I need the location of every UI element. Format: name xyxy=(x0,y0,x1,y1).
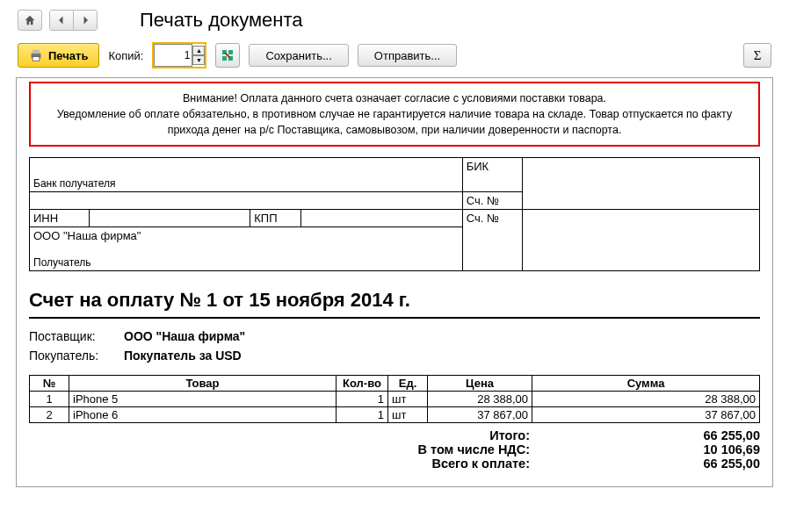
grand-value: 66 255,00 xyxy=(540,457,760,471)
print-button[interactable]: Печать xyxy=(18,43,99,68)
document-sheet: Внимание! Оплата данного счета означает … xyxy=(16,77,773,487)
svg-rect-2 xyxy=(33,57,40,61)
bank-table: Банк получателя БИК Сч. № ИНН КПП Сч. № … xyxy=(29,157,760,271)
cell-unit: шт xyxy=(388,407,428,423)
home-button[interactable] xyxy=(18,10,42,31)
copies-label: Копий: xyxy=(108,49,143,62)
grid-icon xyxy=(221,49,234,61)
home-icon xyxy=(24,14,36,26)
sigma-button[interactable]: Σ xyxy=(743,43,771,68)
warning-line1: Внимание! Оплата данного счета означает … xyxy=(183,92,606,104)
svg-rect-1 xyxy=(33,50,40,54)
page-title: Печать документа xyxy=(140,9,302,32)
col-qty: Кол-во xyxy=(337,376,388,392)
table-row: 2 iPhone 6 1 шт 37 867,00 37 867,00 xyxy=(30,407,760,423)
bank-account-cell xyxy=(522,158,759,210)
copies-spinner: ▲ ▼ xyxy=(192,46,205,65)
cell-qty: 1 xyxy=(337,407,388,423)
supplier-label: Поставщик: xyxy=(29,329,110,343)
topbar: Печать документа xyxy=(0,0,789,37)
kpp-value xyxy=(301,210,462,227)
document-title: Счет на оплату № 1 от 15 ноября 2014 г. xyxy=(29,289,760,312)
preview-toggle-button[interactable] xyxy=(215,43,240,68)
vat-value: 10 106,69 xyxy=(540,442,760,457)
acct-value-2 xyxy=(522,210,759,271)
itogo-label: Итого: xyxy=(29,428,540,442)
send-button[interactable]: Отправить... xyxy=(358,44,457,67)
cell-n: 1 xyxy=(30,392,69,407)
inn-value xyxy=(89,210,250,227)
kpp-label: КПП xyxy=(250,210,301,227)
warning-line2: Уведомление об оплате обязательно, в про… xyxy=(57,108,732,136)
table-row: 1 iPhone 5 1 шт 28 388,00 28 388,00 xyxy=(30,392,760,407)
buyer-row: Покупатель: Покупатель за USD xyxy=(29,349,760,363)
col-price: Цена xyxy=(428,376,532,392)
acct-label-2: Сч. № xyxy=(462,210,522,271)
bik-label: БИК xyxy=(462,158,522,192)
toolbar: Печать Копий: ▲ ▼ Сохранить... Отправить… xyxy=(0,37,789,77)
print-label: Печать xyxy=(48,49,88,62)
copies-box: ▲ ▼ xyxy=(152,42,206,68)
title-divider xyxy=(29,317,760,319)
grand-label: Всего к оплате: xyxy=(29,457,540,471)
cell-name: iPhone 6 xyxy=(69,407,337,423)
col-sum: Сумма xyxy=(532,376,760,392)
cell-n: 2 xyxy=(30,407,69,423)
acct-label-1: Сч. № xyxy=(462,192,522,210)
bank-recipient-label: Банк получателя xyxy=(33,177,115,190)
cell-price: 28 388,00 xyxy=(428,392,532,407)
items-header: № Товар Кол-во Ед. Цена Сумма xyxy=(30,376,760,392)
col-unit: Ед. xyxy=(388,376,428,392)
nav-group xyxy=(49,10,98,31)
buyer-label: Покупатель: xyxy=(29,349,110,363)
inn-label: ИНН xyxy=(30,210,90,227)
spinner-up[interactable]: ▲ xyxy=(192,46,205,55)
warning-box: Внимание! Оплата данного счета означает … xyxy=(29,82,760,147)
col-n: № xyxy=(30,376,69,392)
cell-qty: 1 xyxy=(337,392,388,407)
cell-sum: 28 388,00 xyxy=(532,392,760,407)
cell-name: iPhone 5 xyxy=(69,392,337,407)
cell-unit: шт xyxy=(388,392,428,407)
arrow-right-icon xyxy=(80,15,90,25)
svg-rect-4 xyxy=(228,50,233,54)
vat-label: В том числе НДС: xyxy=(29,442,540,457)
col-name: Товар xyxy=(69,376,337,392)
svg-rect-5 xyxy=(222,56,227,61)
cell-sum: 37 867,00 xyxy=(532,407,760,423)
save-button[interactable]: Сохранить... xyxy=(249,44,348,67)
company-name: ООО "Наша фирма" xyxy=(33,229,141,242)
supplier-row: Поставщик: ООО "Наша фирма" xyxy=(29,329,760,343)
cell-price: 37 867,00 xyxy=(428,407,532,423)
arrow-left-icon xyxy=(56,15,67,25)
buyer-value: Покупатель за USD xyxy=(124,349,242,363)
itogo-value: 66 255,00 xyxy=(540,428,760,442)
totals: Итого:66 255,00 В том числе НДС:10 106,6… xyxy=(29,428,760,471)
supplier-value: ООО "Наша фирма" xyxy=(124,329,245,343)
forward-button[interactable] xyxy=(74,11,97,30)
recipient-label: Получатель xyxy=(33,256,91,269)
copies-input[interactable] xyxy=(154,44,192,67)
printer-icon xyxy=(29,49,43,61)
items-table: № Товар Кол-во Ед. Цена Сумма 1 iPhone 5… xyxy=(29,375,760,423)
back-button[interactable] xyxy=(50,11,74,30)
spinner-down[interactable]: ▼ xyxy=(192,55,205,65)
